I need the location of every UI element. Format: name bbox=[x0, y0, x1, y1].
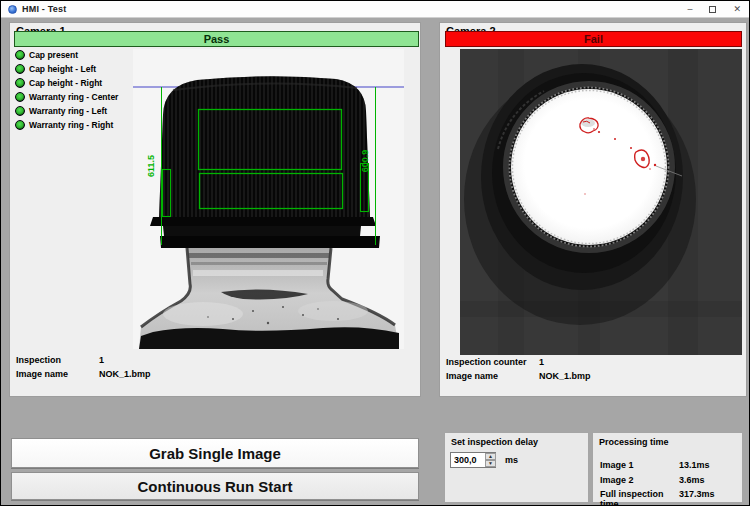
close-icon[interactable]: ✕ bbox=[733, 5, 741, 14]
minimize-icon[interactable]: – bbox=[687, 5, 692, 14]
processing-row-image1: Image 1 13.1ms bbox=[600, 460, 710, 470]
camera1-status-banner: Pass bbox=[14, 31, 419, 47]
led-icon bbox=[15, 106, 25, 116]
maximize-icon[interactable] bbox=[709, 6, 716, 13]
processing-row-image2: Image 2 3.6ms bbox=[600, 475, 705, 485]
spinner-up-icon[interactable]: ▲ bbox=[485, 453, 496, 460]
image2-time-value: 3.6ms bbox=[679, 475, 705, 485]
camera2-image bbox=[460, 49, 742, 355]
measure-right-label: 600.9 bbox=[360, 150, 370, 173]
led-icon bbox=[15, 64, 25, 74]
led-icon bbox=[15, 120, 25, 130]
inspection-delay-title: Set inspection delay bbox=[451, 437, 538, 447]
indicator-cap-height-left: Cap height - Left bbox=[15, 63, 96, 75]
grab-single-image-button[interactable]: Grab Single Image bbox=[11, 438, 419, 468]
led-icon bbox=[15, 78, 25, 88]
image-name-value: NOK_1.bmp bbox=[539, 371, 591, 381]
camera2-panel: Camera 2 Fail bbox=[439, 22, 747, 397]
indicator-cap-present: Cap present bbox=[15, 49, 78, 61]
full-inspection-time-value: 317.3ms bbox=[679, 489, 715, 506]
led-icon bbox=[15, 50, 25, 60]
camera1-image: 611.5 600.9 bbox=[133, 49, 404, 349]
app-window: HMI - Test – ✕ Camera 1 Pass Cap present… bbox=[0, 0, 750, 506]
window-controls: – ✕ bbox=[687, 1, 741, 18]
image-name-row: Image name NOK_1.bmp bbox=[16, 369, 151, 379]
image-name-value: NOK_1.bmp bbox=[99, 369, 151, 379]
inspection-counter-value: 1 bbox=[539, 357, 544, 367]
indicator-warranty-ring-right: Warranty ring - Right bbox=[15, 119, 113, 131]
app-icon bbox=[8, 5, 17, 14]
inspection-delay-box: Set inspection delay ▲ ▼ ms bbox=[444, 432, 589, 503]
processing-time-title: Processing time bbox=[599, 437, 669, 447]
inspection-counter-value: 1 bbox=[99, 355, 104, 365]
inspection-counter-row: Inspection 1 bbox=[16, 355, 104, 365]
processing-time-box: Processing time Image 1 13.1ms Image 2 3… bbox=[592, 432, 743, 503]
camera2-status-banner: Fail bbox=[445, 31, 742, 47]
inspection-delay-spinner: ▲ ▼ bbox=[485, 453, 496, 467]
indicator-warranty-ring-left: Warranty ring - Left bbox=[15, 105, 107, 117]
processing-row-full: Full inspection time 317.3ms bbox=[600, 489, 715, 506]
led-icon bbox=[15, 92, 25, 102]
window-title: HMI - Test bbox=[22, 4, 66, 14]
image-name-row: Image name NOK_1.bmp bbox=[446, 371, 591, 381]
titlebar: HMI - Test bbox=[1, 1, 749, 18]
measure-left-label: 611.5 bbox=[146, 155, 156, 177]
camera1-panel: Camera 1 Pass Cap present Cap height - L… bbox=[9, 22, 421, 397]
delay-unit-label: ms bbox=[505, 455, 518, 465]
spinner-down-icon[interactable]: ▼ bbox=[485, 460, 496, 467]
image1-time-value: 13.1ms bbox=[679, 460, 710, 470]
indicator-warranty-ring-center: Warranty ring - Center bbox=[15, 91, 118, 103]
continuous-run-start-button[interactable]: Continuous Run Start bbox=[11, 472, 419, 500]
inspection-counter-row: Inspection counter 1 bbox=[446, 357, 544, 367]
indicator-cap-height-right: Cap height - Right bbox=[15, 77, 102, 89]
